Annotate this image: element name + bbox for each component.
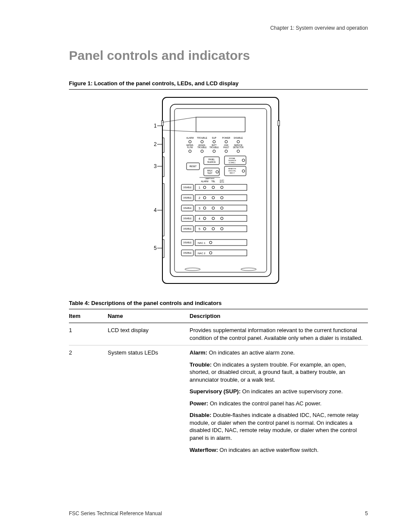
cell-item: 1 xyxy=(69,323,108,345)
svg-text:DISABLE: DISABLE xyxy=(234,137,243,139)
svg-point-109 xyxy=(241,268,256,271)
svg-text:NECT: NECT xyxy=(230,172,235,174)
svg-point-108 xyxy=(185,268,200,271)
svg-point-106 xyxy=(209,252,212,254)
callout-2: 2 xyxy=(154,141,157,147)
svg-point-79 xyxy=(203,207,206,209)
svg-rect-84 xyxy=(195,215,247,221)
callout-1: 1 xyxy=(154,123,157,129)
svg-point-14 xyxy=(189,140,191,143)
svg-point-29 xyxy=(189,150,191,152)
panel-svg: 1 ALARM TROUBLE SUP POWER DISABLE xyxy=(149,96,287,285)
svg-text:TROUBLE: TROUBLE xyxy=(197,137,207,139)
figure-area: 1 ALARM TROUBLE SUP POWER DISABLE xyxy=(69,96,368,287)
svg-text:SUP: SUP xyxy=(212,137,217,139)
svg-text:NAC 2: NAC 2 xyxy=(198,252,206,255)
svg-text:DISABLE: DISABLE xyxy=(183,187,191,189)
svg-text:DISABLE: DISABLE xyxy=(183,197,191,199)
svg-point-73 xyxy=(212,196,215,199)
svg-text:2: 2 xyxy=(199,196,200,199)
th-description: Description xyxy=(190,309,368,323)
svg-text:POWER: POWER xyxy=(222,137,230,139)
svg-rect-63 xyxy=(195,184,247,190)
svg-text:WALK: WALK xyxy=(207,170,213,172)
table-caption: Table 4: Descriptions of the panel contr… xyxy=(69,300,368,309)
svg-text:5: 5 xyxy=(199,227,200,230)
svg-rect-45 xyxy=(204,168,219,176)
descriptions-table: Item Name Description 1 LCD text display… xyxy=(69,309,368,457)
svg-point-18 xyxy=(237,140,240,143)
svg-point-33 xyxy=(237,150,240,152)
cell-name: System status LEDs xyxy=(108,345,190,457)
led-block: ALARM TROUBLE SUP POWER DISABLE WATER-FL… xyxy=(186,137,244,152)
svg-rect-77 xyxy=(195,205,247,211)
callout-4: 4 xyxy=(154,207,157,213)
chapter-header: Chapter 1: System overview and operation xyxy=(69,25,368,31)
cell-description: Provides supplemental information releva… xyxy=(190,323,368,345)
zone-block: ALARM TBL SUP/ MON xyxy=(201,179,224,183)
svg-rect-5 xyxy=(196,117,245,132)
svg-point-86 xyxy=(203,217,206,220)
svg-text:ALARM: ALARM xyxy=(201,180,208,183)
svg-text:NAC 1: NAC 1 xyxy=(198,242,206,244)
th-item: Item xyxy=(69,309,108,323)
page: Chapter 1: System overview and operation… xyxy=(0,0,411,532)
svg-point-31 xyxy=(213,150,215,152)
svg-text:DISABLE: DISABLE xyxy=(183,218,191,220)
svg-text:TBL: TBL xyxy=(211,180,215,183)
svg-point-88 xyxy=(221,217,223,220)
footer-page-number: 5 xyxy=(365,510,368,516)
table-row: 2 System status LEDs Alarm: On indicates… xyxy=(69,345,368,457)
callout-5: 5 xyxy=(154,245,157,251)
footer-left: FSC Series Technical Reference Manual xyxy=(69,510,162,516)
svg-text:TROUBLE: TROUBLE xyxy=(209,146,218,149)
svg-point-95 xyxy=(221,227,223,230)
svg-point-80 xyxy=(212,207,215,209)
svg-point-65 xyxy=(203,186,206,189)
table-row: 1 LCD text display Provides supplemental… xyxy=(69,323,368,345)
svg-point-17 xyxy=(225,140,227,143)
cell-name: LCD text display xyxy=(108,323,190,345)
svg-text:3: 3 xyxy=(199,207,200,210)
callout-3: 3 xyxy=(154,163,157,169)
svg-point-74 xyxy=(221,196,223,199)
svg-text:MON: MON xyxy=(220,181,224,183)
svg-text:& DRILL: & DRILL xyxy=(229,162,236,164)
svg-text:LAMPTEST: LAMPTEST xyxy=(205,177,215,180)
svg-line-7 xyxy=(162,130,196,132)
svg-rect-37 xyxy=(204,157,219,165)
svg-point-48 xyxy=(216,171,218,173)
figure-caption: Figure 1: Location of the panel controls… xyxy=(69,80,368,90)
page-footer: FSC Series Technical Reference Manual 5 xyxy=(69,510,368,516)
svg-text:TEST: TEST xyxy=(207,172,212,174)
svg-point-66 xyxy=(212,186,215,189)
svg-point-44 xyxy=(242,159,245,162)
svg-point-87 xyxy=(212,217,215,220)
svg-point-101 xyxy=(209,241,212,244)
svg-point-16 xyxy=(213,140,215,143)
panel-diagram: 1 ALARM TROUBLE SUP POWER DISABLE xyxy=(149,96,287,285)
svg-text:PANEL: PANEL xyxy=(209,159,215,161)
th-name: Name xyxy=(108,309,190,323)
svg-text:SILENCE: SILENCE xyxy=(207,161,215,163)
svg-line-6 xyxy=(162,117,196,122)
svg-point-72 xyxy=(203,196,206,199)
svg-text:1: 1 xyxy=(199,186,200,189)
svg-point-32 xyxy=(225,150,227,152)
svg-rect-70 xyxy=(195,195,247,201)
svg-point-81 xyxy=(221,207,223,209)
cell-item: 2 xyxy=(69,345,108,457)
svg-rect-2 xyxy=(278,121,280,126)
svg-text:DISABLE: DISABLE xyxy=(183,242,191,244)
svg-point-53 xyxy=(242,170,245,172)
svg-rect-1 xyxy=(162,121,163,126)
svg-point-93 xyxy=(203,227,206,230)
svg-rect-91 xyxy=(195,226,247,232)
svg-point-94 xyxy=(212,227,215,230)
svg-text:DISABLE: DISABLE xyxy=(183,252,191,254)
svg-text:DISABLE: DISABLE xyxy=(183,228,191,230)
svg-text:RESET: RESET xyxy=(190,165,197,168)
svg-text:TROUBLE: TROUBLE xyxy=(197,146,206,149)
svg-point-15 xyxy=(201,140,203,143)
svg-text:FLOW: FLOW xyxy=(187,146,193,149)
